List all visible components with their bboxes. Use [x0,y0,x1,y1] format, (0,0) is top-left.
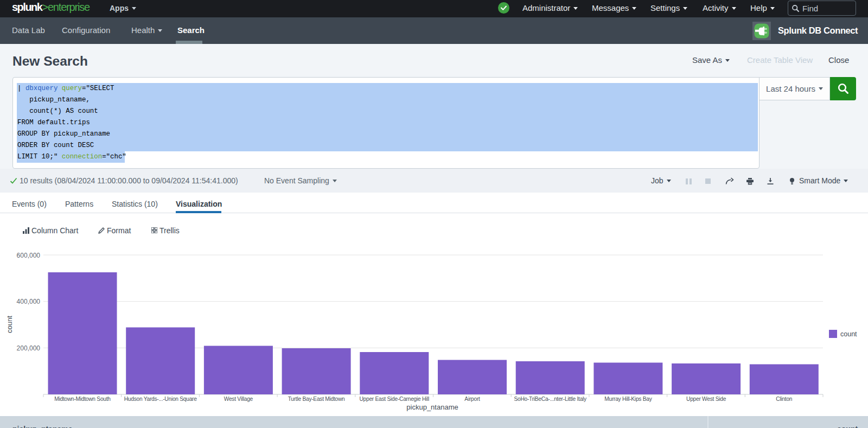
svg-text:200,000: 200,000 [17,344,41,352]
svg-text:count: count [840,330,857,338]
svg-text:Murray Hill-Kips Bay: Murray Hill-Kips Bay [604,396,652,402]
svg-text:400,000: 400,000 [17,298,41,305]
svg-text:Midtown-Midtown South: Midtown-Midtown South [54,396,110,402]
svg-text:count: count [5,316,14,333]
svg-text:Upper East Side-Carnegie Hill: Upper East Side-Carnegie Hill [359,396,429,402]
svg-text:SoHo-TriBeCa-...nter-Little It: SoHo-TriBeCa-...nter-Little Italy [514,396,587,402]
svg-text:Upper West Side: Upper West Side [686,396,726,402]
svg-text:Airport: Airport [464,396,480,402]
svg-text:pickup_ntaname: pickup_ntaname [406,403,458,411]
svg-text:Clinton: Clinton [776,396,792,402]
svg-text:Turtle Bay-East Midtown: Turtle Bay-East Midtown [288,396,345,402]
svg-text:West Village: West Village [224,396,253,402]
svg-text:Hudson Yards-...-Union Square: Hudson Yards-...-Union Square [124,396,197,402]
svg-text:600,000: 600,000 [17,252,41,259]
